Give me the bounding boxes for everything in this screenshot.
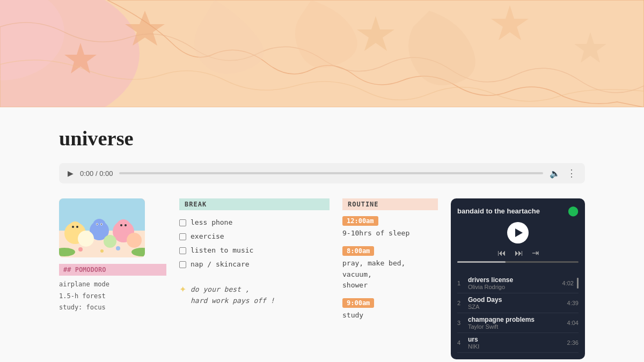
routine-header: ROUTINE — [342, 198, 438, 210]
svg-point-24 — [125, 224, 127, 226]
track-info: champagne problems Taylor Swift — [468, 316, 567, 330]
spotify-track-list: 1 drivers license Olivia Rodrigo 4:02 2 … — [457, 274, 579, 353]
list-item: exercise — [179, 230, 330, 243]
track-info: urs NIKI — [468, 336, 567, 350]
svg-point-12 — [69, 221, 82, 234]
routine-block-1: 12:00am 9-10hrs of sleep — [342, 216, 438, 239]
svg-point-13 — [72, 226, 74, 228]
time-badge: 8:00am — [342, 246, 374, 256]
star-icon: ✦ — [179, 284, 186, 294]
break-header: BREAK — [179, 198, 330, 210]
track-row[interactable]: 2 Good Days SZA 4:39 — [457, 293, 579, 313]
spotify-header: bandaid to the heartache ⬤ — [457, 205, 579, 217]
routine-text: pray, make bed, vacuum,shower — [342, 258, 438, 291]
spotify-widget: bandaid to the heartache ⬤ ⏮ ⏭ ⇥ — [451, 198, 585, 359]
list-item: 1.5-h forest — [59, 291, 166, 302]
audio-play-button[interactable]: ▶ — [68, 169, 74, 178]
svg-point-31 — [116, 246, 120, 250]
routine-text: study — [342, 310, 438, 321]
list-item: listen to music — [179, 243, 330, 257]
spotify-controls: ⏮ ⏭ ⇥ — [497, 248, 539, 258]
list-item: study: focus — [59, 302, 166, 314]
volume-icon[interactable]: 🔈 — [550, 168, 560, 179]
more-options-icon[interactable]: ⋮ — [567, 167, 576, 179]
avatar-image — [59, 198, 145, 257]
banner-image — [0, 0, 644, 107]
skip-back-icon[interactable]: ⏮ — [497, 248, 506, 258]
audio-time: 0:00 / 0:00 — [80, 169, 113, 178]
svg-point-27 — [127, 233, 142, 248]
svg-point-22 — [116, 219, 130, 233]
checkbox[interactable] — [179, 219, 186, 226]
svg-point-23 — [120, 224, 122, 226]
spotify-player-controls: ⏮ ⏭ ⇥ — [457, 222, 579, 268]
track-row[interactable]: 4 urs NIKI 2:36 — [457, 333, 579, 353]
spotify-column: bandaid to the heartache ⬤ ⏮ ⏭ ⇥ — [451, 198, 585, 359]
time-badge: 12:00am — [342, 216, 378, 226]
svg-point-14 — [76, 226, 78, 228]
checkbox[interactable] — [179, 261, 186, 268]
pomodoro-label: ## POMODORO — [59, 264, 166, 276]
checkbox[interactable] — [179, 233, 186, 240]
play-triangle-icon — [515, 228, 523, 237]
list-item: less phone — [179, 216, 330, 230]
spotify-progress-bar[interactable] — [457, 261, 579, 263]
track-info: drivers license Olivia Rodrigo — [468, 276, 562, 290]
checkbox[interactable] — [179, 247, 186, 254]
svg-point-20 — [101, 224, 102, 225]
break-column: BREAK less phone exercise listen to musi… — [179, 198, 330, 307]
routine-text: 9-10hrs of sleep — [342, 228, 438, 239]
spotify-now-playing: bandaid to the heartache — [457, 207, 540, 215]
routine-block-3: 9:00am study — [342, 298, 438, 321]
routine-column: ROUTINE 12:00am 9-10hrs of sleep 8:00am … — [342, 198, 438, 328]
page-title: universe — [59, 127, 585, 150]
track-info: Good Days SZA — [468, 296, 567, 310]
break-list: less phone exercise listen to music nap … — [179, 216, 330, 271]
quote-text: do your best , hard work pays off ! — [191, 284, 275, 307]
list-item: airplane mode — [59, 279, 166, 291]
list-item: nap / skincare — [179, 257, 330, 271]
svg-point-26 — [104, 235, 116, 248]
svg-point-30 — [78, 247, 83, 252]
share-icon[interactable]: ⇥ — [532, 248, 539, 258]
svg-point-16 — [93, 219, 106, 232]
spotify-logo-icon: ⬤ — [568, 205, 579, 217]
pomodoro-list: airplane mode 1.5-h forest study: focus — [59, 279, 166, 314]
track-row[interactable]: 3 champagne problems Taylor Swift 4:04 — [457, 313, 579, 333]
svg-point-19 — [97, 224, 98, 225]
time-badge: 9:00am — [342, 298, 374, 308]
skip-forward-icon[interactable]: ⏭ — [515, 248, 523, 258]
motivational-quote: ✦ do your best , hard work pays off ! — [179, 280, 330, 307]
routine-block-2: 8:00am pray, make bed, vacuum,shower — [342, 246, 438, 291]
main-grid: ## POMODORO airplane mode 1.5-h forest s… — [59, 198, 585, 359]
spotify-play-button[interactable] — [507, 222, 529, 243]
svg-point-32 — [100, 249, 104, 253]
track-row[interactable]: 1 drivers license Olivia Rodrigo 4:02 — [457, 274, 579, 293]
audio-progress-bar[interactable] — [119, 172, 543, 174]
svg-point-25 — [78, 231, 94, 247]
left-column: ## POMODORO airplane mode 1.5-h forest s… — [59, 198, 166, 314]
track-bar-icon — [577, 278, 579, 289]
spotify-progress-fill — [457, 261, 506, 263]
audio-player: ▶ 0:00 / 0:00 🔈 ⋮ — [59, 163, 585, 183]
